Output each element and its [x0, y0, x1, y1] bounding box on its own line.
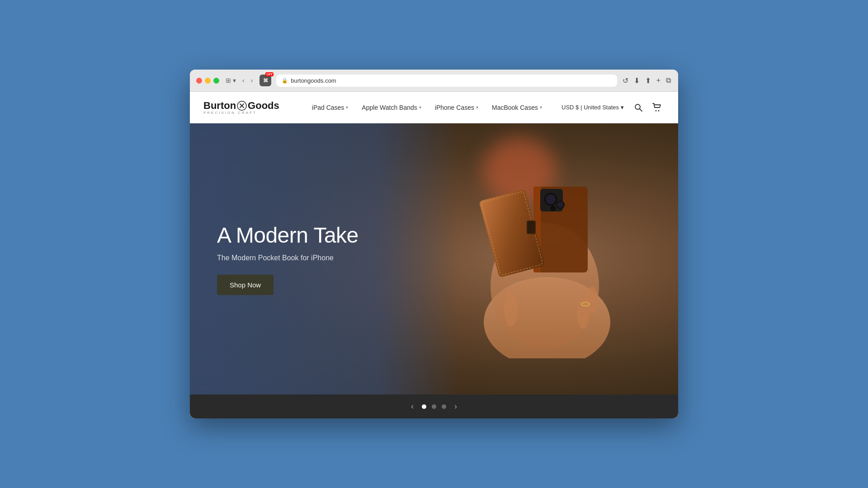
browser-window: ⊞ ▾ ‹ › ⌘ OFF 🔒 burtongoods.com ↺ ⬇ ⬆ + … — [190, 70, 678, 418]
search-icon — [634, 103, 643, 112]
browser-titlebar: ⊞ ▾ ‹ › ⌘ OFF 🔒 burtongoods.com ↺ ⬇ ⬆ + … — [190, 70, 678, 92]
chevron-down-icon: ▾ — [621, 104, 624, 111]
maximize-button[interactable] — [213, 78, 219, 84]
extension-badge[interactable]: ⌘ OFF — [259, 74, 272, 87]
svg-point-1 — [635, 104, 640, 109]
carousel-dot-1[interactable] — [422, 404, 426, 409]
carousel-dot-2[interactable] — [432, 404, 436, 409]
traffic-lights — [196, 78, 219, 84]
chevron-down-icon: ▾ — [540, 105, 542, 110]
currency-selector[interactable]: USD $ | United States ▾ — [558, 101, 627, 113]
svg-point-13 — [546, 194, 556, 204]
url-text: burtongoods.com — [291, 77, 336, 84]
carousel-dot-3[interactable] — [442, 404, 446, 409]
hero-subtitle: The Modern Pocket Book for iPhone — [217, 254, 359, 262]
share-button[interactable]: ⬆ — [644, 75, 652, 86]
site-logo[interactable]: Burton Goods PRECISION CRAFT — [203, 100, 279, 115]
hero-content: A Modern Take The Modern Pocket Book for… — [217, 223, 359, 295]
nav-item-apple-watch-bands[interactable]: Apple Watch Bands ▾ — [356, 100, 426, 115]
nav-item-ipad-cases[interactable]: iPad Cases ▾ — [307, 100, 354, 115]
svg-point-16 — [550, 206, 556, 211]
nav-item-macbook-cases[interactable]: MacBook Cases ▾ — [486, 100, 547, 115]
svg-point-3 — [656, 110, 657, 111]
site-navigation: Burton Goods PRECISION CRAFT iPad Cases … — [190, 92, 678, 123]
hero-title: A Modern Take — [217, 223, 359, 248]
chevron-down-icon: ▾ — [476, 105, 478, 110]
extension-off-label: OFF — [265, 72, 274, 76]
minimize-button[interactable] — [205, 78, 211, 84]
hero-section: A Modern Take The Modern Pocket Book for… — [190, 123, 678, 394]
phone-case-illustration — [475, 150, 619, 358]
cart-button[interactable] — [649, 100, 665, 115]
address-bar-container: 🔒 burtongoods.com — [276, 75, 617, 87]
svg-point-19 — [504, 291, 518, 327]
address-bar[interactable]: 🔒 burtongoods.com — [276, 75, 617, 87]
website-content: Burton Goods PRECISION CRAFT iPad Cases … — [190, 92, 678, 418]
browser-controls: ⊞ ▾ ‹ › — [224, 76, 255, 85]
logo-brandname: Burton Goods — [203, 100, 279, 112]
add-tab-button[interactable]: + — [656, 75, 661, 85]
download-button[interactable]: ⬇ — [633, 75, 641, 86]
back-button[interactable]: ‹ — [241, 76, 246, 85]
cart-icon — [652, 103, 662, 113]
chevron-down-icon: ▾ — [419, 105, 421, 110]
toolbar-icons: ↺ ⬇ ⬆ + ⧉ — [622, 75, 672, 86]
tabs-overview-button[interactable]: ⧉ — [665, 75, 672, 85]
svg-point-21 — [587, 286, 598, 313]
carousel-bar: ‹ › — [190, 394, 678, 418]
reload-button[interactable]: ↺ — [622, 75, 629, 86]
close-button[interactable] — [196, 78, 202, 84]
nav-links: iPad Cases ▾ Apple Watch Bands ▾ iPhone … — [307, 100, 558, 115]
carousel-prev-button[interactable]: ‹ — [408, 401, 416, 412]
shop-now-button[interactable]: Shop Now — [217, 275, 274, 295]
svg-line-2 — [640, 109, 642, 111]
carousel-next-button[interactable]: › — [452, 401, 460, 412]
nav-item-iphone-cases[interactable]: iPhone Cases ▾ — [429, 100, 484, 115]
tab-view-button[interactable]: ⊞ ▾ — [224, 76, 238, 85]
nav-right: USD $ | United States ▾ — [558, 100, 665, 115]
svg-point-4 — [658, 110, 660, 111]
chevron-down-icon: ▾ — [346, 105, 348, 110]
logo-x-icon — [237, 101, 247, 111]
svg-rect-18 — [528, 221, 535, 233]
forward-button[interactable]: › — [249, 76, 255, 85]
logo-tagline: PRECISION CRAFT — [203, 111, 257, 115]
search-button[interactable] — [631, 100, 646, 115]
svg-point-15 — [557, 202, 564, 208]
lock-icon: 🔒 — [282, 78, 288, 84]
